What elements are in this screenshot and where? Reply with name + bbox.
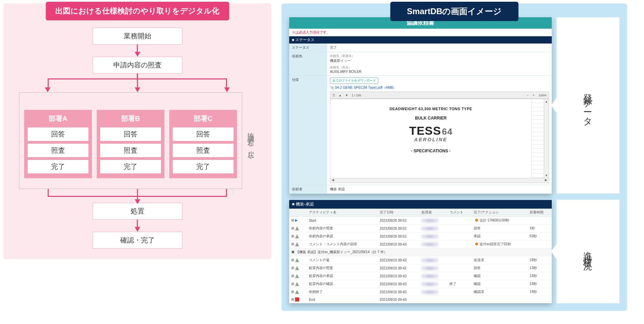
duration <box>528 240 552 248</box>
warning-icon: ❶ <box>474 218 480 222</box>
completed-at: 2021/08/26 09:52 <box>378 217 419 225</box>
activity-name[interactable]: 処置内容の承認 <box>307 272 378 280</box>
processor: xxxx <box>419 256 447 264</box>
side-label: 協議・差し戻し <box>246 124 256 158</box>
pdf-prev-icon[interactable]: ▲ <box>339 94 342 97</box>
form-card: 協議依頼書 ※は必須入力項目です。 ■ ステータス ステータス 完了 依頼先 依… <box>289 17 552 194</box>
node-icon <box>295 242 299 246</box>
pdf-zoom-value: 100% <box>539 94 547 97</box>
progress-row: ⊞ 依頼内容の照査2021/08/26 09:52xxxx回答1秒 <box>289 225 552 232</box>
completed-at: 2021/09/10 09:43 <box>378 256 419 264</box>
pdf-zoom-in-icon[interactable]: ＋ <box>532 93 535 97</box>
departments-frame: 部署A回答照査完了部署B回答照査完了部署C回答照査完了 <box>19 92 242 189</box>
step-start: 業務開始 <box>93 28 182 45</box>
processor: xxxx <box>419 240 447 248</box>
progress-column-header <box>289 209 307 217</box>
value-last: 機装 承認 <box>327 185 552 193</box>
warning-icon: ❶ <box>474 242 480 246</box>
pdf-thumbnail-strip <box>531 99 544 178</box>
progress-row: ⊞ コメントの返2021/09/10 09:43xxxx送達済18秒 <box>289 256 552 264</box>
processor: xxxx <box>419 217 447 225</box>
completed-at: 2021/08/26 09:52 <box>378 225 419 232</box>
comment <box>447 232 472 240</box>
department-title: 部署C <box>194 114 212 123</box>
play-icon: ▶ <box>295 218 299 222</box>
completed-at: 2021/09/10 09:43 <box>378 280 419 288</box>
progress-column-header: 処理者 <box>419 209 447 217</box>
department-step: 照査 <box>28 144 88 157</box>
pdf-zoom-out-icon[interactable]: − <box>527 94 529 97</box>
department-title: 部署A <box>49 114 67 123</box>
arrow-down-icon <box>135 227 140 232</box>
form-required-note: ※は必須入力項目です。 <box>289 29 552 36</box>
progress-row: ⊞ 処置内容の承認2021/09/10 09:43xxxx確認14秒 <box>289 272 552 280</box>
pdf-menu-icon[interactable]: ☰ <box>332 94 335 97</box>
activity-name[interactable]: コメントの返 <box>307 256 378 264</box>
blurred-name: xxxx <box>422 242 438 246</box>
duration: 18秒 <box>528 256 552 264</box>
result-action: ❶合計 17時00分50秒 <box>472 217 528 225</box>
result-action: 確認済 <box>472 288 528 296</box>
label-requester: 依頼先 <box>289 52 327 75</box>
node-icon <box>295 282 299 286</box>
download-all-button[interactable]: 全てのファイルをダウンロード <box>330 77 378 84</box>
progress-row: ⊞ 処置内容の照査2021/09/10 09:42xxxx回答13秒 <box>289 264 552 272</box>
pdf-scrollbar-vertical[interactable] <box>544 99 549 178</box>
pdf-viewport[interactable]: DEADWEIGHT 63,300 METRIC TONS TYPE BULK … <box>330 99 549 178</box>
node-icon <box>295 274 299 278</box>
processor: xxxx <box>419 232 447 240</box>
processor: xxxx <box>419 264 447 272</box>
progress-row: ⊞ ▶Start2021/08/26 09:52xxxx❶合計 17時00分50… <box>289 217 552 225</box>
processor: xxxx <box>419 272 447 280</box>
progress-column-header: 所要時間 <box>528 209 552 217</box>
processor <box>419 296 447 303</box>
department-step: 照査 <box>173 144 234 157</box>
node-icon <box>295 258 299 262</box>
department-step: 完了 <box>173 160 234 173</box>
activity-name[interactable]: 処置内容の確認 <box>307 280 378 288</box>
progress-row: ⊞ コメント・コメント内容の回答2021/09/10 09:43xxxx❶送付x… <box>289 240 552 248</box>
comment <box>447 256 472 264</box>
activity-name[interactable]: 依頼終了 <box>307 288 378 296</box>
attached-file-link[interactable]: 📎 04-2 GENE SPEC(M Type).pdf（4MB） <box>330 85 549 90</box>
value-spec: 全てのファイルをダウンロード 📎 04-2 GENE SPEC(M Type).… <box>327 76 552 185</box>
pdf-toolbar[interactable]: ☰ ▲ ▼ 1 / 156 − ＋ 100% <box>330 92 549 99</box>
comment <box>447 240 472 248</box>
node-icon <box>295 234 299 238</box>
department-title: 部署B <box>121 114 140 123</box>
duration <box>528 217 552 225</box>
duration: 14秒 <box>528 280 552 288</box>
stop-icon <box>295 297 299 302</box>
result-action: 承認 <box>472 232 528 240</box>
progress-column-header: 完了/アクション <box>472 209 528 217</box>
activity-name[interactable]: コメント・コメント内容の回答 <box>307 240 378 248</box>
pdf-next-icon[interactable]: ▼ <box>345 94 348 97</box>
activity-name[interactable]: End <box>307 296 378 303</box>
node-icon <box>295 226 299 230</box>
comment <box>447 296 472 303</box>
duration: 13秒 <box>528 264 552 272</box>
pdf-scrollbar-horizontal[interactable]: ◀▶ <box>330 178 549 183</box>
value-status: 完了 <box>327 44 552 52</box>
department-step: 照査 <box>100 144 161 157</box>
completed-at: 2021/09/10 09:42 <box>378 264 419 272</box>
completed-at: 2021/08/26 09:53 <box>378 232 419 240</box>
blurred-name: xxxx <box>422 219 438 222</box>
processor: xxxx <box>419 280 447 288</box>
result-action: 確認 <box>472 272 528 280</box>
result-action: 確認 <box>472 280 528 288</box>
blurred-name: xxxx <box>422 258 438 262</box>
callout-registered-data: 登録データ <box>557 17 619 193</box>
progress-row: ⊞ 依頼内容の承認2021/08/26 09:53xxxx承認53秒 <box>289 232 552 240</box>
department-step: 回答 <box>28 127 88 141</box>
callout-progress: 進捗状況 <box>557 200 619 303</box>
department-column: 部署C回答照査完了 <box>169 110 237 178</box>
activity-name[interactable]: 依頼内容の承認 <box>307 232 378 240</box>
comment <box>447 217 472 225</box>
activity-name[interactable]: 処置内容の照査 <box>307 264 378 272</box>
activity-name[interactable]: Start <box>307 217 378 225</box>
pdf-logo-sub: AEROLINE <box>335 137 527 142</box>
activity-name[interactable]: 依頼内容の照査 <box>307 225 378 232</box>
duration: 14秒 <box>528 272 552 280</box>
pdf-line3: - SPECIFICATIONS - <box>335 149 527 153</box>
